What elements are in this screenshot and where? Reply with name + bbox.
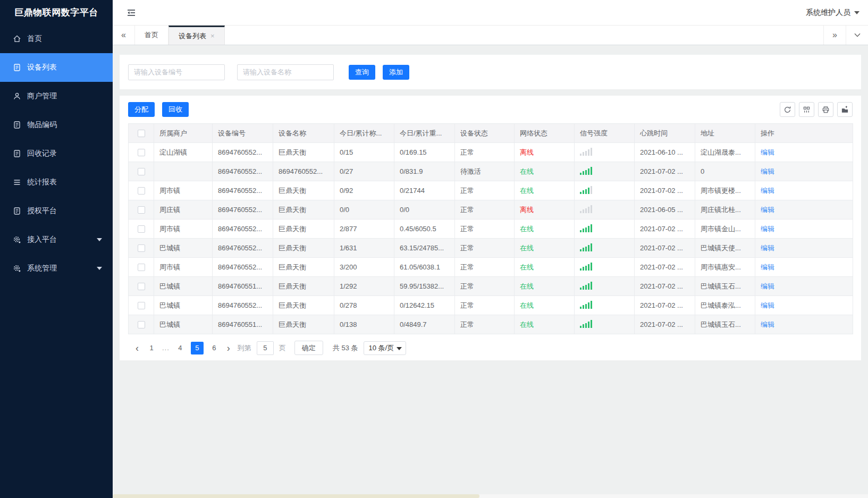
row-checkbox[interactable] <box>138 168 145 175</box>
goto-page-input[interactable] <box>257 341 274 355</box>
network-status-text: 离线 <box>520 206 534 214</box>
cell-address: 周市镇惠安... <box>695 258 755 277</box>
sidebar-item-statistics-reports[interactable]: 统计报表 <box>0 168 113 197</box>
cell-heartbeat: 2021-07-02 ... <box>635 162 695 181</box>
scrollbar-thumb[interactable] <box>113 494 479 498</box>
cell-actions: 编辑 <box>755 143 853 162</box>
tab-home[interactable]: 首页 <box>135 26 168 45</box>
table-tools <box>780 102 853 117</box>
cell-heartbeat: 2021-07-02 ... <box>635 239 695 258</box>
cell-address: 0 <box>695 162 755 181</box>
menu-fold-icon[interactable] <box>127 9 136 16</box>
edit-link[interactable]: 编辑 <box>761 320 774 328</box>
cell-today-weight: 0.45/6050.5 <box>394 220 455 239</box>
sidebar-item-label: 系统管理 <box>27 264 57 273</box>
page-button-6[interactable]: 6 <box>208 342 221 354</box>
network-status-text: 在线 <box>520 263 534 271</box>
next-page-button[interactable]: › <box>223 343 234 353</box>
query-button[interactable]: 查询 <box>349 65 375 80</box>
refresh-icon[interactable] <box>780 102 795 117</box>
signal-strength-icon <box>580 301 593 309</box>
device-number-input[interactable] <box>128 64 225 80</box>
tabs-scroll-right-button[interactable]: » <box>823 26 846 45</box>
cell-merchant: 巴城镇 <box>154 296 213 315</box>
row-checkbox[interactable] <box>138 225 145 233</box>
column-settings-icon[interactable] <box>799 102 814 117</box>
print-icon[interactable] <box>818 102 833 117</box>
confirm-button[interactable]: 确定 <box>294 341 323 355</box>
page-size-select[interactable]: 10 条/页 <box>364 341 407 355</box>
add-button[interactable]: 添加 <box>383 65 409 80</box>
horizontal-scrollbar[interactable] <box>113 494 868 498</box>
cell-device-status: 正常 <box>455 220 515 239</box>
user-name: 系统维护人员 <box>806 8 850 18</box>
cell-device-status: 正常 <box>455 258 515 277</box>
cell-network-status: 离线 <box>515 143 575 162</box>
row-checkbox[interactable] <box>138 244 145 252</box>
sidebar-item-merchant-management[interactable]: 商户管理 <box>0 82 113 111</box>
tab-label: 设备列表 <box>179 31 206 41</box>
cell-today-weight: 59.95/15382... <box>394 277 455 296</box>
sidebar: 巨鼎物联网数字平台 首页 设备列表 商户管理 <box>0 0 113 498</box>
cell-today-count: 0/278 <box>334 296 394 315</box>
edit-link[interactable]: 编辑 <box>761 282 774 290</box>
table-row: 淀山湖镇 8694760552... 巨鼎天衡 0/15 0/169.15 正常… <box>129 143 853 162</box>
page-button-1[interactable]: 1 <box>145 342 158 354</box>
edit-link[interactable]: 编辑 <box>761 167 774 175</box>
sidebar-item-system-management[interactable]: 系统管理 <box>0 254 113 283</box>
page-button-4[interactable]: 4 <box>174 342 187 354</box>
sidebar-item-recycle-records[interactable]: 回收记录 <box>0 139 113 168</box>
edit-link[interactable]: 编辑 <box>761 263 774 271</box>
sidebar-nav: 首页 设备列表 商户管理 物品编码 <box>0 24 113 283</box>
cell-merchant: 周市镇 <box>154 220 213 239</box>
sidebar-item-item-codes[interactable]: 物品编码 <box>0 111 113 139</box>
row-checkbox[interactable] <box>138 206 145 214</box>
export-icon[interactable] <box>837 102 853 117</box>
chevron-down-icon <box>97 238 102 241</box>
row-checkbox[interactable] <box>138 283 145 290</box>
page-ellipsis: ... <box>162 344 170 352</box>
sidebar-item-label: 物品编码 <box>27 120 57 130</box>
cell-device-status: 正常 <box>455 181 515 200</box>
edit-link[interactable]: 编辑 <box>761 187 774 195</box>
cell-merchant: 巴城镇 <box>154 239 213 258</box>
cell-heartbeat: 2021-07-02 ... <box>635 220 695 239</box>
tabs-menu-button[interactable] <box>846 26 868 45</box>
row-checkbox[interactable] <box>138 264 145 271</box>
row-checkbox[interactable] <box>138 321 145 328</box>
edit-link[interactable]: 编辑 <box>761 301 774 309</box>
sidebar-item-device-list[interactable]: 设备列表 <box>0 53 113 82</box>
sidebar-item-authorization-platform[interactable]: 授权平台 <box>0 197 113 225</box>
sidebar-item-label: 接入平台 <box>27 235 57 244</box>
row-checkbox[interactable] <box>138 149 145 156</box>
cell-actions: 编辑 <box>755 315 853 334</box>
edit-link[interactable]: 编辑 <box>761 206 774 214</box>
user-menu[interactable]: 系统维护人员 <box>806 8 859 18</box>
edit-link[interactable]: 编辑 <box>761 225 774 233</box>
sidebar-item-access-platform[interactable]: 接入平台 <box>0 225 113 254</box>
cell-device-status: 待激活 <box>455 162 515 181</box>
page-button-5-current[interactable]: 5 <box>191 342 204 354</box>
edit-link[interactable]: 编辑 <box>761 148 774 156</box>
row-checkbox[interactable] <box>138 302 145 309</box>
signal-strength-icon <box>580 224 593 232</box>
cell-signal <box>575 220 635 239</box>
column-header-heartbeat-time: 心跳时间 <box>635 124 695 143</box>
tab-device-list[interactable]: 设备列表 × <box>168 26 225 45</box>
row-checkbox[interactable] <box>138 187 145 195</box>
cell-device-number: 8694760552... <box>213 181 273 200</box>
prev-page-button[interactable]: ‹ <box>131 343 143 353</box>
sidebar-item-label: 首页 <box>27 34 42 44</box>
edit-link[interactable]: 编辑 <box>761 244 774 252</box>
assign-button[interactable]: 分配 <box>128 102 155 117</box>
device-name-input[interactable] <box>237 64 334 80</box>
close-icon[interactable]: × <box>210 32 215 40</box>
column-header-address: 地址 <box>695 124 755 143</box>
select-all-checkbox[interactable] <box>138 130 145 137</box>
table-row: 巴城镇 8694760551... 巨鼎天衡 1/292 59.95/15382… <box>129 277 853 296</box>
sidebar-item-home[interactable]: 首页 <box>0 24 113 53</box>
gear-icon <box>13 235 21 244</box>
cell-heartbeat: 2021-07-02 ... <box>635 315 695 334</box>
tabs-scroll-left-button[interactable]: « <box>113 26 135 45</box>
recycle-button[interactable]: 回收 <box>162 102 189 117</box>
